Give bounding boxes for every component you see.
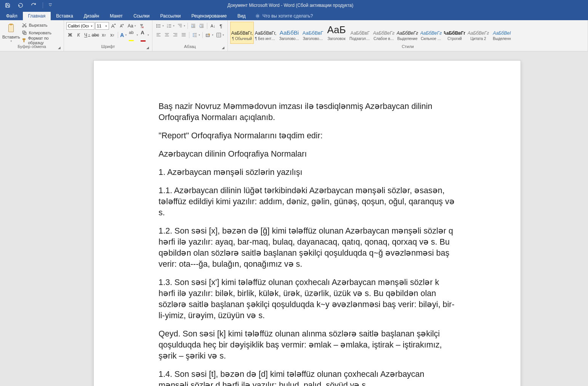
clear-formatting-button[interactable]	[138, 22, 146, 30]
style-name: ¶ Обычный	[231, 37, 253, 41]
align-right-button[interactable]	[171, 31, 179, 39]
paragraph[interactable]: 1.4. Son səsi [t], bəzən də [d] kimi təl…	[159, 369, 456, 386]
style-item-9[interactable]: АаБбВвГг,Строгий	[443, 22, 466, 44]
style-item-4[interactable]: АаБЗаголовок	[325, 22, 348, 44]
font-size-combo[interactable]: 11▼	[95, 22, 109, 30]
style-item-5[interactable]: АаБбВвГПодзаголо…	[348, 22, 372, 44]
divider	[202, 32, 203, 38]
style-name: Заголовок	[326, 37, 347, 41]
style-preview: АаБбВеІ	[491, 25, 513, 36]
qat-customize-button[interactable]	[47, 1, 54, 10]
undo-button[interactable]	[15, 1, 26, 10]
tab-design[interactable]: Дизайн	[79, 12, 104, 20]
line-spacing-button[interactable]: ▼	[191, 31, 201, 39]
style-item-3[interactable]: АаБбВвГЗаголово…	[301, 22, 325, 44]
paragraph[interactable]: Baş nazir Novruz Məmmədovun imzası ilə t…	[159, 101, 456, 123]
numbering-button[interactable]: 123▼	[165, 22, 175, 30]
style-item-11[interactable]: АаБбВеІВыделенн	[490, 22, 514, 44]
superscript-button[interactable]: x2	[109, 31, 116, 39]
divider	[207, 23, 207, 29]
paragraph[interactable]: Qeyd. Son səsi [k] kimi tələffüz olunan …	[159, 328, 456, 362]
subscript-button[interactable]: x2	[100, 31, 108, 39]
paste-button[interactable]: Вставить ▼	[2, 21, 20, 44]
sort-button[interactable]: А↓	[209, 22, 216, 30]
font-launcher[interactable]: ◢	[146, 46, 151, 50]
svg-point-15	[156, 27, 157, 27]
document-page[interactable]: Baş nazir Novruz Məmmədovun imzası ilə t…	[94, 61, 521, 386]
format-painter-button[interactable]: Формат по образцу	[20, 37, 61, 44]
format-painter-label: Формат по образцу	[28, 36, 60, 45]
group-clipboard: Вставить ▼ Вырезать Копировать Формат по…	[0, 20, 64, 51]
paragraph[interactable]: 1. Azərbaycan mənşəli sözlərin yazılışı	[159, 167, 456, 178]
borders-button[interactable]: ▼	[215, 31, 225, 39]
bold-button[interactable]: Ж	[66, 31, 74, 39]
tab-mailings[interactable]: Рассылки	[155, 12, 186, 20]
align-center-button[interactable]	[163, 31, 171, 39]
paragraph-launcher[interactable]: ◢	[222, 46, 226, 50]
style-preview: АаБбВвГ	[302, 25, 324, 36]
grow-font-button[interactable]: A▴	[110, 22, 117, 30]
title-bar: Документ Microsoft Word - Word (Сбой акт…	[0, 0, 588, 11]
document-area[interactable]: Baş nazir Novruz Məmmədovun imzası ilə t…	[0, 51, 588, 386]
tell-me-search[interactable]: Что вы хотите сделать?	[251, 12, 317, 20]
style-item-0[interactable]: АаБбВвГг,¶ Обычный	[230, 22, 254, 44]
decrease-indent-button[interactable]	[189, 22, 197, 30]
tab-file[interactable]: Файл	[1, 12, 23, 20]
group-styles: АаБбВвГг,¶ ОбычныйАаБбВвГг,¶ Без инте…Аа…	[228, 20, 588, 51]
justify-button[interactable]	[180, 31, 187, 39]
tab-review[interactable]: Рецензирование	[186, 12, 232, 20]
copy-button[interactable]: Копировать	[20, 29, 61, 36]
font-name-value: Calibri (Осно	[68, 24, 89, 28]
save-button[interactable]	[2, 1, 13, 10]
align-left-button[interactable]	[155, 31, 162, 39]
increase-indent-button[interactable]	[198, 22, 205, 30]
font-group-label: Шрифт	[66, 44, 150, 51]
style-item-1[interactable]: АаБбВвГг,¶ Без инте…	[254, 22, 277, 44]
tab-references[interactable]: Ссылки	[128, 12, 155, 20]
ribbon-tabs: Файл Главная Вставка Дизайн Макет Ссылки…	[0, 11, 588, 20]
multilevel-list-button[interactable]: ▼	[176, 22, 186, 30]
clipboard-launcher[interactable]: ◢	[58, 46, 62, 50]
tab-home[interactable]: Главная	[23, 12, 51, 20]
style-item-10[interactable]: АаБбВеГгЦитата 2	[466, 22, 490, 44]
paragraph[interactable]: 1.2. Son səsi [x], bəzən də [ğ] kimi təl…	[159, 226, 456, 270]
group-paragraph: ▼ 123▼ ▼ А↓ ¶ ▼	[152, 20, 228, 51]
style-name: Заголово…	[279, 37, 300, 41]
highlight-button[interactable]: ab▼	[128, 31, 139, 39]
paragraph[interactable]: Azərbaycan dilinin Orfoqrafiya Normaları	[159, 149, 456, 160]
font-name-combo[interactable]: Calibri (Осно▼	[66, 22, 95, 30]
svg-rect-4	[9, 26, 13, 32]
paragraph[interactable]: 1.3. Son səsi [x'] kimi tələffüz olunan …	[159, 277, 456, 321]
document-content[interactable]: Baş nazir Novruz Məmmədovun imzası ilə t…	[159, 101, 456, 386]
style-preview: АаБбВвГг,	[255, 25, 276, 36]
style-item-8[interactable]: АаБбВеГгСильное …	[419, 22, 443, 44]
group-font: Calibri (Осно▼ 11▼ A▴ A▾ Aa▼ Ж К Ч▼	[64, 20, 152, 51]
show-marks-button[interactable]: ¶	[217, 22, 225, 30]
paragraph[interactable]: "Report" Orfoqrafiya Normalarını təqdim …	[159, 130, 456, 141]
cut-button[interactable]: Вырезать	[20, 22, 61, 29]
underline-button[interactable]: Ч▼	[83, 31, 91, 39]
change-case-button[interactable]: Aa▼	[127, 22, 137, 30]
strikethrough-button[interactable]: abc	[91, 31, 99, 39]
style-item-2[interactable]: АаБбВіЗаголово…	[277, 22, 301, 44]
tab-layout[interactable]: Макет	[104, 12, 128, 20]
shrink-font-button[interactable]: A▾	[118, 22, 126, 30]
svg-point-5	[22, 26, 24, 27]
font-color-button[interactable]: A▼	[139, 31, 150, 39]
italic-button[interactable]: К	[75, 31, 82, 39]
style-item-7[interactable]: АаБбВеГгВыделение	[396, 22, 419, 44]
paragraph[interactable]: 1.1. Azərbaycan dilinin lüğət tərkibində…	[159, 185, 456, 218]
style-name: Выделение	[397, 37, 418, 41]
svg-rect-11	[22, 38, 25, 40]
cut-label: Вырезать	[29, 23, 48, 27]
tab-insert[interactable]: Вставка	[51, 12, 79, 20]
redo-button[interactable]	[28, 1, 39, 10]
text-effects-button[interactable]: A▼	[119, 31, 127, 39]
tab-view[interactable]: Вид	[232, 12, 251, 20]
font-size-value: 11	[97, 24, 101, 28]
style-preview: АаБбВвГг,	[444, 25, 465, 36]
divider	[118, 32, 118, 38]
bullets-button[interactable]: ▼	[155, 22, 165, 30]
shading-button[interactable]: ▼	[204, 31, 214, 39]
style-item-6[interactable]: АаБбВеГгСлабое в…	[372, 22, 396, 44]
